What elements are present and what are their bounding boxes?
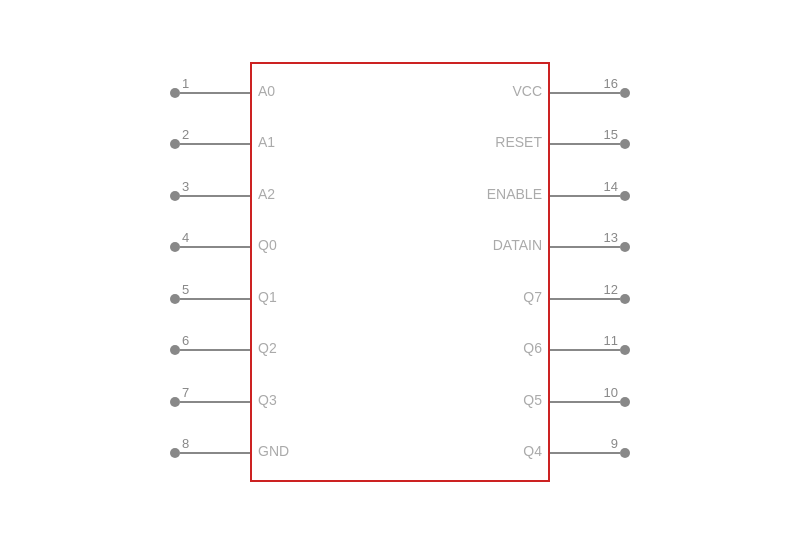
pin-number-right-15: 15 (604, 127, 618, 142)
pin-dot-right-16 (620, 88, 630, 98)
pin-label-right-16: VCC (512, 83, 542, 99)
pin-dot-right-14 (620, 191, 630, 201)
right-pin-row-9 (550, 452, 630, 454)
pin-number-right-12: 12 (604, 282, 618, 297)
pin-line-right-14 (550, 195, 620, 197)
pin-line-right-15 (550, 143, 620, 145)
right-pin-row-11 (550, 349, 630, 351)
pin-label-right-14: ENABLE (487, 186, 542, 202)
pin-line-right-10 (550, 401, 620, 403)
pin-line-right-9 (550, 452, 620, 454)
pin-line-right-11 (550, 349, 620, 351)
pin-label-right-15: RESET (495, 134, 542, 150)
pin-number-right-14: 14 (604, 179, 618, 194)
pin-line-right-16 (550, 92, 620, 94)
pin-label-right-11: Q6 (523, 340, 542, 356)
right-pin-row-16 (550, 92, 630, 94)
pin-dot-right-9 (620, 448, 630, 458)
pin-dot-right-10 (620, 397, 630, 407)
pin-number-right-16: 16 (604, 76, 618, 91)
pin-label-right-13: DATAIN (493, 237, 542, 253)
pin-number-right-10: 10 (604, 385, 618, 400)
pin-dot-right-11 (620, 345, 630, 355)
pin-number-right-13: 13 (604, 230, 618, 245)
right-pin-row-10 (550, 401, 630, 403)
pin-dot-right-12 (620, 294, 630, 304)
pin-number-right-9: 9 (611, 436, 618, 451)
pin-line-right-12 (550, 298, 620, 300)
right-pin-row-14 (550, 195, 630, 197)
right-pins: 16VCC15RESET14ENABLE13DATAIN12Q711Q610Q5… (170, 62, 630, 482)
pin-dot-right-15 (620, 139, 630, 149)
pin-label-right-10: Q5 (523, 392, 542, 408)
chip-diagram: 1A02A13A24Q05Q16Q27Q38GND 16VCC15RESET14… (170, 62, 630, 482)
pin-number-right-11: 11 (604, 333, 618, 348)
right-pin-row-12 (550, 298, 630, 300)
right-pin-row-13 (550, 246, 630, 248)
pin-label-right-9: Q4 (523, 443, 542, 459)
pin-line-right-13 (550, 246, 620, 248)
pin-dot-right-13 (620, 242, 630, 252)
pin-label-right-12: Q7 (523, 289, 542, 305)
right-pin-row-15 (550, 143, 630, 145)
